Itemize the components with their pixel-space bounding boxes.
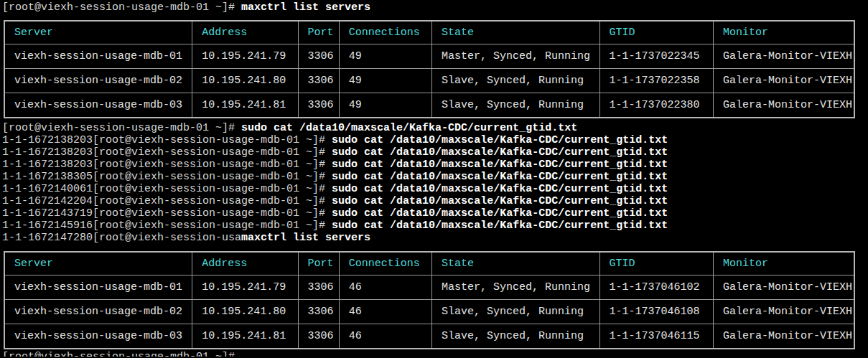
gtid-output-value: 1-1-1672138203 bbox=[2, 159, 93, 171]
typed-command-cat-gtid: sudo cat /data10/maxscale/Kafka-CDC/curr… bbox=[332, 183, 668, 195]
command-line-list-servers-1: [root@viexh-session-usage-mdb-01 ~]#maxc… bbox=[2, 1, 868, 14]
cell-monitor: Galera-Monitor-VIEXH bbox=[713, 93, 854, 118]
cell-monitor: Galera-Monitor-VIEXH bbox=[713, 44, 854, 69]
column-header-server: Server bbox=[4, 21, 192, 44]
cell-server: viexh-session-usage-mdb-01 bbox=[4, 44, 192, 69]
cell-server: viexh-session-usage-mdb-01 bbox=[4, 275, 192, 300]
gtid-output-value: 1-1-1672147280 bbox=[2, 232, 93, 244]
server-table-row: viexh-session-usage-mdb-0210.195.241.803… bbox=[4, 69, 854, 93]
table-header-row: ServerAddressPortConnectionsStateGTIDMon… bbox=[4, 252, 854, 275]
server-table-row: viexh-session-usage-mdb-0310.195.241.813… bbox=[4, 93, 854, 118]
typed-command-cat-gtid: sudo cat /data10/maxscale/Kafka-CDC/curr… bbox=[332, 146, 668, 159]
gtid-output-command-line: 1-1-1672138203[root@viexh-session-usage-… bbox=[2, 134, 868, 146]
cell-connections: 46 bbox=[339, 275, 431, 300]
table-header-row: ServerAddressPortConnectionsStateGTIDMon… bbox=[4, 21, 854, 44]
cell-connections: 46 bbox=[339, 300, 431, 324]
gtid-output-value: 1-1-1672145916 bbox=[2, 220, 93, 232]
column-header-gtid: GTID bbox=[599, 21, 713, 44]
shell-prompt: [root@viexh-session-usage-mdb-01 ~]# bbox=[93, 146, 325, 159]
gtid-output-command-line: 1-1-1672143719[root@viexh-session-usage-… bbox=[2, 207, 868, 220]
typed-command-cat-gtid: sudo cat /data10/maxscale/Kafka-CDC/curr… bbox=[332, 171, 668, 183]
shell-prompt: [root@viexh-session-usage-mdb-01 ~]# bbox=[93, 134, 325, 146]
cell-state: Slave, Synced, Running bbox=[431, 300, 599, 324]
gtid-output-command-line: 1-1-1672138203[root@viexh-session-usage-… bbox=[2, 146, 868, 159]
cell-connections: 46 bbox=[339, 324, 431, 349]
shell-prompt: [root@viexh-session-usage-mdb-01 ~]# bbox=[93, 171, 325, 183]
column-header-monitor: Monitor bbox=[713, 21, 854, 44]
server-table-row: viexh-session-usage-mdb-0110.195.241.793… bbox=[4, 44, 854, 69]
typed-command-cat-gtid: sudo cat /data10/maxscale/Kafka-CDC/curr… bbox=[241, 122, 577, 134]
cell-gtid: 1-1-1737022345 bbox=[599, 44, 713, 69]
cell-port: 3306 bbox=[298, 275, 339, 300]
cell-address: 10.195.241.79 bbox=[192, 44, 298, 69]
shell-prompt: [root@viexh-session-usage-mdb-01 ~]# bbox=[93, 220, 325, 232]
gtid-output-value: 1-1-1672138305 bbox=[2, 171, 93, 183]
gtid-command-section: [root@viexh-session-usage-mdb-01 ~]#sudo… bbox=[2, 122, 868, 244]
gtid-output-command-line: 1-1-1672140061[root@viexh-session-usage-… bbox=[2, 183, 868, 195]
cell-monitor: Galera-Monitor-VIEXH bbox=[713, 324, 854, 349]
cell-monitor: Galera-Monitor-VIEXH bbox=[713, 69, 854, 93]
shell-prompt-truncated: [root@viexh-session-usa bbox=[93, 232, 241, 244]
typed-command-cat-gtid: sudo cat /data10/maxscale/Kafka-CDC/curr… bbox=[332, 195, 668, 207]
gtid-output-lines: 1-1-1672138203[root@viexh-session-usage-… bbox=[2, 134, 868, 232]
cell-gtid: 1-1-1737022380 bbox=[599, 93, 713, 118]
cell-state: Slave, Synced, Running bbox=[431, 93, 599, 118]
gtid-output-value: 1-1-1672138203 bbox=[2, 146, 93, 159]
typed-command-cat-gtid: sudo cat /data10/maxscale/Kafka-CDC/curr… bbox=[332, 207, 668, 220]
clipped-bottom-line: [root@viexh-session-usage-mdb-01 ~]# bbox=[2, 351, 868, 357]
cell-address: 10.195.241.80 bbox=[192, 300, 298, 324]
cell-server: viexh-session-usage-mdb-03 bbox=[4, 324, 192, 349]
shell-prompt: [root@viexh-session-usage-mdb-01 ~]# bbox=[2, 351, 235, 357]
cell-gtid: 1-1-1737046115 bbox=[599, 324, 713, 349]
cell-gtid: 1-1-1737046102 bbox=[599, 275, 713, 300]
column-header-port: Port bbox=[298, 21, 339, 44]
shell-prompt: [root@viexh-session-usage-mdb-01 ~]# bbox=[93, 183, 325, 195]
cell-monitor: Galera-Monitor-VIEXH bbox=[713, 300, 854, 324]
cell-port: 3306 bbox=[298, 300, 339, 324]
cell-state: Slave, Synced, Running bbox=[431, 324, 599, 349]
gtid-output-value: 1-1-1672143719 bbox=[2, 207, 93, 220]
gtid-output-value: 1-1-1672138203 bbox=[2, 134, 93, 146]
cell-server: viexh-session-usage-mdb-03 bbox=[4, 93, 192, 118]
cell-server: viexh-session-usage-mdb-02 bbox=[4, 69, 192, 93]
column-header-gtid: GTID bbox=[599, 252, 713, 275]
cell-server: viexh-session-usage-mdb-02 bbox=[4, 300, 192, 324]
cell-port: 3306 bbox=[298, 324, 339, 349]
gtid-output-command-line: 1-1-1672142204[root@viexh-session-usage-… bbox=[2, 195, 868, 207]
shell-prompt: [root@viexh-session-usage-mdb-01 ~]# bbox=[2, 1, 235, 14]
cell-address: 10.195.241.81 bbox=[192, 93, 298, 118]
cell-state: Slave, Synced, Running bbox=[431, 69, 599, 93]
gtid-output-value: 1-1-1672142204 bbox=[2, 195, 93, 207]
command-line-cat-gtid: [root@viexh-session-usage-mdb-01 ~]#sudo… bbox=[2, 122, 868, 134]
typed-command-cat-gtid: sudo cat /data10/maxscale/Kafka-CDC/curr… bbox=[332, 220, 668, 232]
cell-connections: 49 bbox=[339, 93, 431, 118]
maxctrl-server-table-1: ServerAddressPortConnectionsStateGTIDMon… bbox=[4, 20, 855, 118]
gtid-output-command-line: 1-1-1672138305[root@viexh-session-usage-… bbox=[2, 171, 868, 183]
shell-prompt: [root@viexh-session-usage-mdb-01 ~]# bbox=[93, 195, 325, 207]
gtid-output-command-line: 1-1-1672145916[root@viexh-session-usage-… bbox=[2, 220, 868, 232]
cell-port: 3306 bbox=[298, 44, 339, 69]
column-header-connections: Connections bbox=[339, 252, 431, 275]
cell-address: 10.195.241.80 bbox=[192, 69, 298, 93]
gtid-output-command-line: 1-1-1672138203[root@viexh-session-usage-… bbox=[2, 159, 868, 171]
cell-address: 10.195.241.79 bbox=[192, 275, 298, 300]
maxctrl-server-table-2: ServerAddressPortConnectionsStateGTIDMon… bbox=[4, 251, 855, 349]
column-header-port: Port bbox=[298, 252, 339, 275]
shell-prompt: [root@viexh-session-usage-mdb-01 ~]# bbox=[93, 159, 325, 171]
cell-connections: 49 bbox=[339, 44, 431, 69]
cell-address: 10.195.241.81 bbox=[192, 324, 298, 349]
server-table-row: viexh-session-usage-mdb-0210.195.241.803… bbox=[4, 300, 854, 324]
cell-port: 3306 bbox=[298, 93, 339, 118]
column-header-state: State bbox=[431, 21, 599, 44]
typed-command-list-servers: maxctrl list servers bbox=[241, 1, 370, 14]
column-header-server: Server bbox=[4, 252, 192, 275]
column-header-connections: Connections bbox=[339, 21, 431, 44]
cell-monitor: Galera-Monitor-VIEXH bbox=[713, 275, 854, 300]
cell-state: Master, Synced, Running bbox=[431, 44, 599, 69]
cell-gtid: 1-1-1737046108 bbox=[599, 300, 713, 324]
column-header-state: State bbox=[431, 252, 599, 275]
cell-gtid: 1-1-1737022358 bbox=[599, 69, 713, 93]
typed-command-cat-gtid: sudo cat /data10/maxscale/Kafka-CDC/curr… bbox=[332, 134, 668, 146]
terminal-window[interactable]: [root@viexh-session-usage-mdb-01 ~]#maxc… bbox=[0, 0, 868, 358]
column-header-address: Address bbox=[192, 252, 298, 275]
